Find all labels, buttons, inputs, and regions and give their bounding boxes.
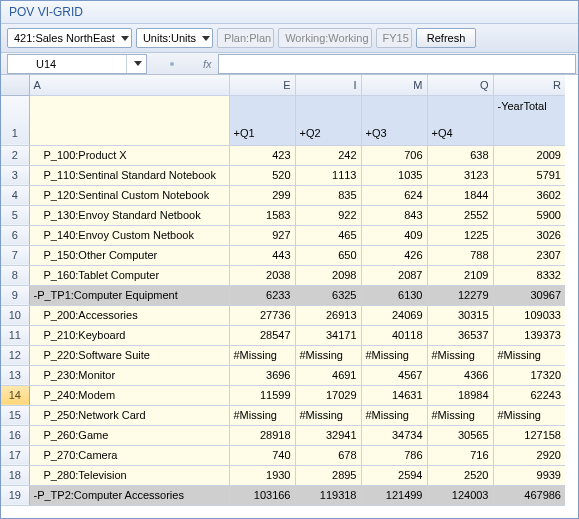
data-cell[interactable]: 9939 [493,465,565,485]
member-cell[interactable]: P_210:Keyboard [29,325,229,345]
data-cell[interactable]: 2895 [295,465,361,485]
member-cell[interactable]: -P_TP2:Computer Accessories [29,485,229,505]
data-cell[interactable]: 2594 [361,465,427,485]
data-cell[interactable]: #Missing [493,345,565,365]
data-cell[interactable]: 650 [295,245,361,265]
formula-input[interactable] [218,54,576,74]
dimension-header-I[interactable]: +Q2 [295,95,361,145]
data-cell[interactable]: 32941 [295,425,361,445]
data-cell[interactable]: 121499 [361,485,427,505]
data-cell[interactable]: 638 [427,145,493,165]
row-header[interactable]: 8 [1,265,29,285]
data-cell[interactable]: 423 [229,145,295,165]
column-header-R[interactable]: R [493,75,565,95]
data-cell[interactable]: 2109 [427,265,493,285]
data-cell[interactable]: 1844 [427,185,493,205]
data-cell[interactable]: 30967 [493,285,565,305]
data-cell[interactable]: 6233 [229,285,295,305]
member-cell[interactable]: P_200:Accessories [29,305,229,325]
data-cell[interactable]: 1113 [295,165,361,185]
data-cell[interactable]: #Missing [229,405,295,425]
data-cell[interactable]: 3696 [229,365,295,385]
data-cell[interactable]: #Missing [295,345,361,365]
data-cell[interactable]: 28547 [229,325,295,345]
data-cell[interactable]: 922 [295,205,361,225]
select-all-corner[interactable] [1,75,29,95]
data-cell[interactable]: 62243 [493,385,565,405]
data-cell[interactable]: 927 [229,225,295,245]
data-cell[interactable]: 467986 [493,485,565,505]
column-header-E[interactable]: E [229,75,295,95]
row-header[interactable]: 14 [1,385,29,405]
data-cell[interactable]: 1583 [229,205,295,225]
fx-icon[interactable]: fx [197,58,218,70]
data-cell[interactable]: 2087 [361,265,427,285]
data-cell[interactable]: 520 [229,165,295,185]
dimension-header-Q[interactable]: +Q4 [427,95,493,145]
data-cell[interactable]: 2520 [427,465,493,485]
member-cell[interactable]: P_150:Other Computer [29,245,229,265]
data-cell[interactable]: 786 [361,445,427,465]
data-cell[interactable]: 6130 [361,285,427,305]
row-header[interactable]: 10 [1,305,29,325]
pov-units-dropdown[interactable]: Units:Units [136,28,213,48]
row-header[interactable]: 9 [1,285,29,305]
data-cell[interactable]: 34734 [361,425,427,445]
member-cell[interactable]: P_280:Television [29,465,229,485]
member-cell[interactable]: P_250:Network Card [29,405,229,425]
data-cell[interactable]: 5900 [493,205,565,225]
data-cell[interactable]: 103166 [229,485,295,505]
data-cell[interactable]: 26913 [295,305,361,325]
data-cell[interactable]: 119318 [295,485,361,505]
name-box[interactable]: U14 [7,54,147,74]
data-cell[interactable]: #Missing [361,345,427,365]
data-cell[interactable]: 109033 [493,305,565,325]
data-cell[interactable]: 843 [361,205,427,225]
data-cell[interactable]: 706 [361,145,427,165]
column-header-I[interactable]: I [295,75,361,95]
row-header[interactable]: 18 [1,465,29,485]
row-header[interactable]: 4 [1,185,29,205]
data-cell[interactable]: 24069 [361,305,427,325]
data-cell[interactable]: 40118 [361,325,427,345]
data-cell[interactable]: 716 [427,445,493,465]
member-cell[interactable]: P_160:Tablet Computer [29,265,229,285]
data-cell[interactable]: 1930 [229,465,295,485]
row-header[interactable]: 15 [1,405,29,425]
row-header[interactable]: 7 [1,245,29,265]
row-header[interactable]: 17 [1,445,29,465]
refresh-button[interactable]: Refresh [416,28,477,48]
data-cell[interactable]: 127158 [493,425,565,445]
data-cell[interactable]: 426 [361,245,427,265]
member-cell[interactable]: P_270:Camera [29,445,229,465]
row-header[interactable]: 16 [1,425,29,445]
data-cell[interactable]: 2307 [493,245,565,265]
row-header[interactable]: 19 [1,485,29,505]
data-cell[interactable]: #Missing [229,345,295,365]
data-cell[interactable]: 409 [361,225,427,245]
column-header-A[interactable]: A [29,75,229,95]
member-cell[interactable]: -P_TP1:Computer Equipment [29,285,229,305]
dimension-header-E[interactable]: +Q1 [229,95,295,145]
row-header[interactable]: 1 [1,95,29,145]
data-cell[interactable]: 2098 [295,265,361,285]
data-cell[interactable]: 5791 [493,165,565,185]
data-cell[interactable]: 3123 [427,165,493,185]
data-cell[interactable]: 6325 [295,285,361,305]
row-header[interactable]: 6 [1,225,29,245]
data-cell[interactable]: 12279 [427,285,493,305]
data-cell[interactable]: 17029 [295,385,361,405]
dimension-header-M[interactable]: +Q3 [361,95,427,145]
column-header-M[interactable]: M [361,75,427,95]
data-cell[interactable]: #Missing [295,405,361,425]
data-cell[interactable]: 11599 [229,385,295,405]
member-cell[interactable]: P_240:Modem [29,385,229,405]
data-cell[interactable]: 8332 [493,265,565,285]
member-cell[interactable]: P_100:Product X [29,145,229,165]
data-cell[interactable]: 678 [295,445,361,465]
data-cell[interactable]: 835 [295,185,361,205]
data-cell[interactable]: 1035 [361,165,427,185]
member-cell[interactable]: P_260:Game [29,425,229,445]
data-cell[interactable]: 28918 [229,425,295,445]
member-cell[interactable]: P_120:Sentinal Custom Notebook [29,185,229,205]
